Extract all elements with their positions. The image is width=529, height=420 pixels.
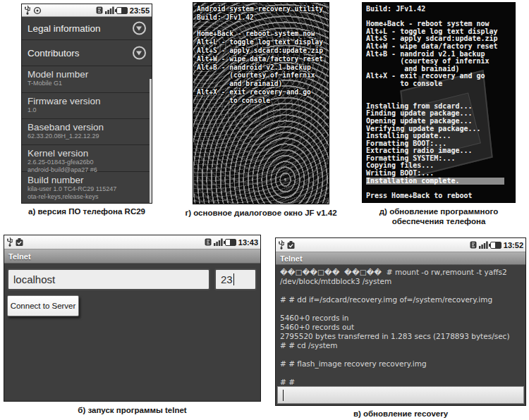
connect-button-label: Connect to Server xyxy=(11,302,76,310)
status-clock: 13:43 xyxy=(238,238,258,247)
list-item-model-number[interactable]: Model number T-Mobile G1 xyxy=(22,66,152,93)
list-item-label: Contributors xyxy=(28,48,80,58)
installation-complete-highlight: Installation complete. xyxy=(366,178,504,185)
list-item-value: 1.0 xyxy=(28,106,146,114)
list-item-value: 62.33.20.08H_1.22.12.29 xyxy=(28,132,146,140)
recovery-menu-text: Android system recovery utility Build: J… xyxy=(193,3,329,105)
status-bar: 23:55 xyxy=(22,4,152,17)
list-item-kernel-version[interactable]: Kernel version 2.6.25-01843-gfea26b0 and… xyxy=(22,145,152,172)
terminal-input-bar[interactable] xyxy=(277,386,524,404)
battery-icon xyxy=(116,7,128,14)
telnet-setup-screen: 13:43 Telnet localhost 23 Connect to Ser… xyxy=(4,235,261,402)
status-bar: 13:43 xyxy=(4,235,260,249)
signal-bars-icon xyxy=(214,238,223,246)
caption-a: а) версия ПО телефона RC29 xyxy=(21,206,152,216)
host-input[interactable]: localhost xyxy=(7,268,210,290)
telnet-setup-body: localhost 23 Connect to Server xyxy=(4,264,260,388)
list-item-legal-information[interactable]: Legal information xyxy=(22,17,152,40)
network-icon xyxy=(470,241,477,249)
about-phone-screen: 23:55 Legal information Contributors Mod… xyxy=(21,4,152,204)
list-item-label: Kernel version xyxy=(28,145,146,159)
figure-canvas: 23:55 Legal information Contributors Mod… xyxy=(0,0,529,420)
list-item-value: kila-user 1.0 TC4-RC29 115247 xyxy=(28,185,146,193)
usb-icon xyxy=(278,240,285,249)
telnet-session-screen: 13:52 Telnet ��□��□�� ��□�� # mount -o r… xyxy=(275,237,526,406)
chevron-down-circle-icon xyxy=(133,22,146,35)
battery-icon xyxy=(225,239,236,246)
port-input[interactable]: 23 xyxy=(214,268,257,290)
app-title-bar: Telnet xyxy=(4,249,260,264)
recovery-reboot-hint: Press Home+Back to reboot xyxy=(363,185,515,199)
usb-icon xyxy=(6,237,13,247)
list-item-value2: ota-rel-keys,release-keys xyxy=(28,193,146,201)
text-cursor xyxy=(283,390,284,401)
host-input-value: localhost xyxy=(13,273,55,285)
list-item-label: Build number xyxy=(28,172,146,185)
caption-v: в) обновление recovery xyxy=(275,409,526,419)
usb-icon xyxy=(24,6,31,15)
text-cursor xyxy=(233,273,234,285)
list-item-label: Legal information xyxy=(28,23,101,34)
caption-g: г) основное диалоговое окно JF v1.42 xyxy=(182,208,340,218)
signal-bars-icon xyxy=(105,6,114,14)
chevron-down-circle-icon xyxy=(133,47,146,60)
list-item-baseband-version[interactable]: Baseband version 62.33.20.08H_1.22.12.29 xyxy=(22,119,152,145)
connect-to-server-button[interactable]: Connect to Server xyxy=(7,295,79,316)
list-item-value: T-Mobile G1 xyxy=(28,80,146,87)
port-input-value: 23 xyxy=(221,273,233,285)
list-item-build-number[interactable]: Build number kila-user 1.0 TC4-RC29 1152… xyxy=(22,172,152,204)
list-item-firmware-version[interactable]: Firmware version 1.0 xyxy=(22,93,152,119)
about-settings-list: Legal information Contributors Model num… xyxy=(22,17,152,204)
list-item-label: Model number xyxy=(28,66,146,80)
status-clock: 23:55 xyxy=(130,6,150,15)
terminal-output-area[interactable]: ��□��□�� ��□�� # mount -o rw,remount -t … xyxy=(276,265,525,405)
status-bar: 13:52 xyxy=(276,238,525,252)
list-item-label: Baseband version xyxy=(28,119,146,132)
recovery-main-screen: Android system recovery utility Build: J… xyxy=(193,2,329,204)
caption-b: б) запуск программы telnet xyxy=(4,405,261,415)
network-icon xyxy=(96,6,103,14)
data-ring-icon xyxy=(33,6,42,15)
list-item-label: Firmware version xyxy=(28,93,146,106)
app-title: Telnet xyxy=(280,254,303,263)
recovery-log-text: Build: JFv1.42 Home+Back - reboot system… xyxy=(363,3,515,178)
sync-check-icon xyxy=(287,241,295,249)
status-clock: 13:52 xyxy=(504,241,523,249)
caption-d: д) обновление программного обеспечения т… xyxy=(362,206,516,226)
terminal-text: ��□��□�� ��□�� # mount -o rw,remount -t … xyxy=(276,265,525,387)
app-title-bar: Telnet xyxy=(276,252,525,265)
scrollbar[interactable] xyxy=(150,79,152,204)
network-icon xyxy=(205,238,212,246)
signal-bars-icon xyxy=(479,241,488,249)
recovery-install-screen: Build: JFv1.42 Home+Back - reboot system… xyxy=(362,2,516,203)
list-item-contributors[interactable]: Contributors xyxy=(22,40,152,66)
battery-icon xyxy=(490,242,501,249)
list-item-value: 2.6.25-01843-gfea26b0 xyxy=(28,159,146,166)
app-title: Telnet xyxy=(8,252,31,261)
sync-check-icon xyxy=(16,238,23,247)
